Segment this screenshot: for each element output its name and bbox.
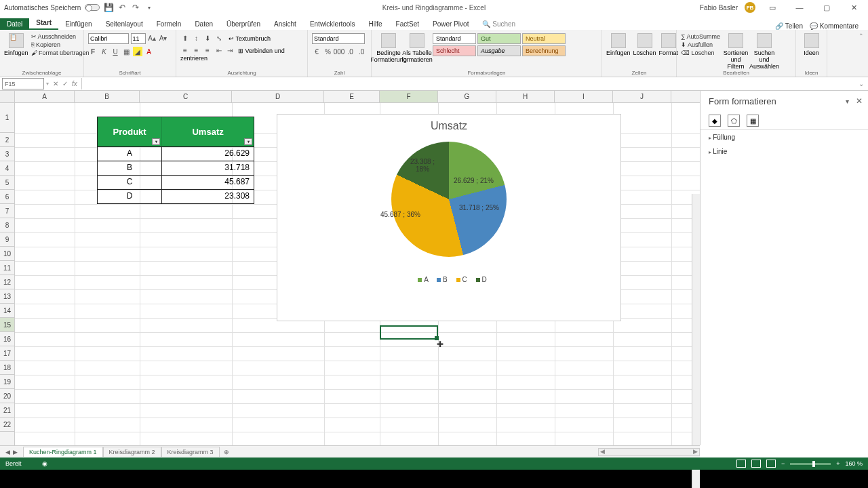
col-header-b[interactable]: B bbox=[75, 91, 140, 102]
tab-review[interactable]: Überprüfen bbox=[220, 18, 267, 30]
share-button[interactable]: 🔗 Teilen bbox=[775, 22, 803, 30]
normal-view-icon[interactable] bbox=[736, 460, 746, 468]
currency-icon[interactable]: € bbox=[312, 47, 321, 56]
format-painter-button[interactable]: 🖌 Format übertragen bbox=[31, 49, 90, 56]
collapse-ribbon-icon[interactable]: ⌃ bbox=[854, 30, 868, 77]
formula-input[interactable] bbox=[81, 78, 854, 89]
undo-icon[interactable]: ↶ bbox=[117, 3, 127, 12]
row-header[interactable]: 19 bbox=[0, 375, 14, 389]
col-header-c[interactable]: C bbox=[140, 91, 232, 102]
row-header[interactable]: 20 bbox=[0, 389, 14, 403]
align-center-icon[interactable]: ≡ bbox=[192, 45, 201, 55]
fx-icon[interactable]: fx bbox=[72, 80, 77, 87]
italic-button[interactable]: K bbox=[100, 47, 109, 56]
align-bottom-icon[interactable]: ⬇ bbox=[203, 33, 212, 43]
row-header[interactable]: 13 bbox=[0, 289, 14, 304]
row-header[interactable]: 7 bbox=[0, 204, 14, 218]
user-avatar[interactable]: FB bbox=[745, 2, 755, 13]
tab-start[interactable]: Start bbox=[29, 17, 58, 30]
copy-button[interactable]: ⎘ Kopieren bbox=[31, 41, 90, 48]
pagebreak-view-icon[interactable] bbox=[766, 460, 776, 468]
sheet-tab-active[interactable]: Kuchen-Ringdiagramm 1 bbox=[23, 447, 103, 457]
row-header[interactable]: 18 bbox=[0, 361, 14, 375]
row-header[interactable]: 16 bbox=[0, 332, 14, 346]
row-header[interactable]: 11 bbox=[0, 261, 14, 275]
zoom-level[interactable]: 160 % bbox=[845, 460, 863, 467]
tab-data[interactable]: Daten bbox=[188, 18, 220, 30]
ideas-button[interactable]: Ideen bbox=[800, 33, 823, 56]
row-header[interactable]: 4 bbox=[0, 161, 14, 176]
row-header[interactable]: 1 bbox=[0, 103, 14, 133]
fill-color-button[interactable]: ◢ bbox=[133, 47, 142, 56]
pane-close-button[interactable]: ✕ bbox=[856, 96, 863, 106]
indent-decrease-icon[interactable]: ⇤ bbox=[214, 45, 224, 55]
tab-developer[interactable]: Entwicklertools bbox=[303, 18, 362, 30]
sheet-nav-prev-icon[interactable]: ◀ bbox=[5, 449, 10, 455]
cut-button[interactable]: ✂ Ausschneiden bbox=[31, 33, 90, 40]
col-header-j[interactable]: J bbox=[613, 91, 671, 102]
tab-formulas[interactable]: Formeln bbox=[150, 18, 189, 30]
comments-button[interactable]: 💬 Kommentare bbox=[810, 22, 859, 30]
sheet-tab[interactable]: Kreisdiagramm 2 bbox=[103, 447, 161, 457]
increase-font-icon[interactable]: A▴ bbox=[147, 34, 157, 43]
number-format-select[interactable]: Standard bbox=[312, 33, 365, 44]
name-box[interactable]: F15 bbox=[2, 78, 44, 89]
select-all-corner[interactable] bbox=[0, 91, 15, 102]
pane-section-line[interactable]: Linie bbox=[701, 144, 868, 159]
bold-button[interactable]: F bbox=[88, 47, 98, 56]
col-header-i[interactable]: I bbox=[555, 91, 613, 102]
orientation-icon[interactable]: ⤡ bbox=[214, 33, 224, 43]
zoom-out-button[interactable]: − bbox=[781, 460, 785, 467]
wrap-text-button[interactable]: ↩ Textumbruch bbox=[229, 35, 271, 42]
align-left-icon[interactable]: ≡ bbox=[180, 45, 190, 55]
row-header[interactable]: 17 bbox=[0, 346, 14, 361]
row-header[interactable]: 10 bbox=[0, 247, 14, 261]
delete-cells-button[interactable]: Löschen bbox=[633, 33, 656, 56]
row-header[interactable]: 2 bbox=[0, 133, 14, 147]
zoom-in-button[interactable]: + bbox=[836, 460, 840, 467]
font-select[interactable]: Calibri bbox=[88, 33, 129, 44]
close-button[interactable]: ✕ bbox=[844, 1, 864, 14]
col-header-f[interactable]: F bbox=[380, 91, 438, 102]
style-berechnung[interactable]: Berechnung bbox=[522, 45, 566, 56]
expand-formula-icon[interactable]: ⌄ bbox=[854, 80, 868, 87]
row-header[interactable]: 12 bbox=[0, 275, 14, 289]
sheet-tab[interactable]: Kreisdiagramm 3 bbox=[161, 447, 220, 457]
qat-customize-icon[interactable]: ▾ bbox=[144, 3, 154, 12]
save-icon[interactable]: 💾 bbox=[104, 3, 113, 12]
ribbon-options-icon[interactable]: ▭ bbox=[762, 1, 783, 14]
row-header[interactable]: 8 bbox=[0, 218, 14, 232]
find-select-button[interactable]: Suchen und Auswählen bbox=[751, 33, 777, 70]
percent-icon[interactable]: % bbox=[323, 47, 333, 56]
row-header[interactable]: 22 bbox=[0, 418, 14, 432]
underline-button[interactable]: U bbox=[111, 47, 120, 56]
filter-button-umsatz[interactable]: ▾ bbox=[244, 138, 252, 145]
tab-powerpivot[interactable]: Power Pivot bbox=[426, 18, 475, 30]
format-cells-button[interactable]: Format bbox=[659, 33, 679, 56]
pane-menu-icon[interactable]: ▾ bbox=[846, 98, 849, 105]
style-neutral[interactable]: Neutral bbox=[522, 33, 566, 44]
cancel-formula-icon[interactable]: ✕ bbox=[53, 80, 58, 87]
border-button[interactable]: ▦ bbox=[122, 47, 132, 56]
row-header[interactable]: 3 bbox=[0, 147, 14, 161]
horizontal-scrollbar[interactable]: ◀ ▶ bbox=[598, 448, 700, 456]
tab-insert[interactable]: Einfügen bbox=[58, 18, 98, 30]
zoom-slider[interactable] bbox=[790, 463, 831, 465]
col-header-g[interactable]: G bbox=[438, 91, 496, 102]
format-as-table-button[interactable]: Als Tabelle formatieren bbox=[404, 33, 430, 63]
sort-filter-button[interactable]: Sortieren und Filtern bbox=[723, 33, 749, 70]
autosum-button[interactable]: ∑ AutoSumme bbox=[681, 33, 720, 40]
font-size-select[interactable]: 11 bbox=[131, 33, 146, 44]
align-right-icon[interactable]: ≡ bbox=[203, 45, 212, 55]
minimize-button[interactable]: ― bbox=[789, 1, 810, 14]
row-header[interactable]: 21 bbox=[0, 403, 14, 418]
style-gut[interactable]: Gut bbox=[477, 33, 521, 44]
fill-line-tab-icon[interactable]: ◆ bbox=[709, 115, 721, 127]
align-middle-icon[interactable]: ↕ bbox=[192, 33, 201, 43]
maximize-button[interactable]: ▢ bbox=[816, 1, 837, 14]
style-ausgabe[interactable]: Ausgabe bbox=[477, 45, 521, 56]
macro-record-icon[interactable]: ◉ bbox=[42, 460, 47, 467]
tab-factset[interactable]: FactSet bbox=[389, 18, 426, 30]
size-tab-icon[interactable]: ▦ bbox=[747, 115, 759, 127]
sheet-nav-next-icon[interactable]: ▶ bbox=[13, 449, 18, 455]
